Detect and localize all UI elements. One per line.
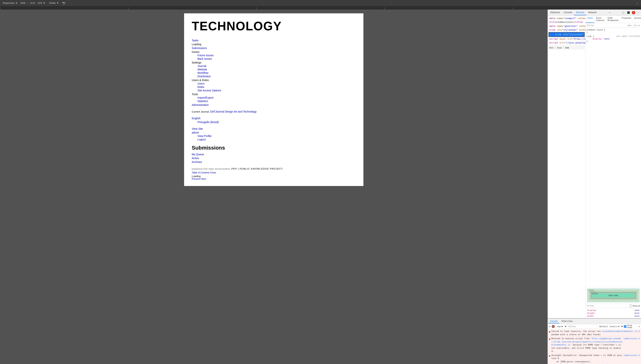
screenshot-icon[interactable]: 📷 <box>62 1 66 5</box>
style-block-link: link { user agent stylesheet display: no… <box>586 35 640 42</box>
undock-icon[interactable]: ⬛ <box>626 10 631 15</box>
dock-icon[interactable]: ⬜ <box>621 10 625 15</box>
html-tree[interactable]: <meta name="viewport" content="width=dev… <box>548 16 586 318</box>
tab-styles[interactable]: Styles <box>586 16 594 23</box>
clear-console-icon[interactable]: ⊘ <box>549 325 550 328</box>
nav-admin[interactable]: admin <box>192 131 199 134</box>
breadcrumb-link[interactable]: link <box>566 46 569 49</box>
computed-filter-input[interactable] <box>587 305 628 307</box>
error-badge: 3 <box>632 11 635 14</box>
console-area: Console What's New ⊘ 🔇 top ▼ Default lev… <box>548 318 641 364</box>
computed-height: height auto <box>586 312 640 314</box>
nav-statistics[interactable]: Statistics <box>198 100 208 103</box>
console-messages[interactable]: ● Failed to load resource: the server re… <box>548 329 641 364</box>
tab-sources[interactable]: Sources <box>574 10 586 15</box>
html-panel: <meta name="viewport" content="width=dev… <box>548 16 641 318</box>
html-line-script-analytics[interactable]: <script async src="https://www.google-an… <box>548 37 585 41</box>
nav-site-access[interactable]: Site Access Options <box>198 89 221 92</box>
more-tabs-icon[interactable]: » <box>608 10 612 15</box>
sub-active[interactable]: Active <box>192 157 199 160</box>
sub-my-queue[interactable]: My Queue <box>192 153 204 156</box>
console-settings-icon[interactable]: ⚙ <box>638 325 640 328</box>
nav-website[interactable]: Website <box>198 68 207 71</box>
console-filter-input[interactable] <box>568 325 598 328</box>
tab-console[interactable]: Console <box>562 10 574 15</box>
journal-title: TECHNOLOGY <box>192 19 356 33</box>
show-all-checkbox[interactable] <box>630 305 632 307</box>
nav-back-issues[interactable]: Back Issues <box>198 57 212 60</box>
previous-link[interactable]: Previous <box>192 178 201 180</box>
viewport-width: 2646 <box>20 2 26 4</box>
box-model: margin - - - border - - - padding <box>586 287 641 304</box>
html-line-script-jquery[interactable]: <script src="//ajax.googleapis.com/ajax/… <box>548 41 585 45</box>
zoom-dropdown[interactable]: 41% ▼ <box>37 1 46 5</box>
zoom-label: 41% <box>38 2 42 4</box>
toc-close-link[interactable]: Table of Contents Close <box>192 171 216 174</box>
nav-view-site[interactable]: View Site <box>192 127 203 130</box>
nav-workflow[interactable]: Workflow <box>198 71 208 74</box>
browser-viewport[interactable]: TECHNOLOGY Tasks Loading Submissions Iss… <box>0 10 548 364</box>
nav-distribution[interactable]: Distribution <box>198 75 211 78</box>
error-source-3[interactable]: submissions:1 <box>624 354 640 357</box>
tab-event-listeners[interactable]: Event Listeners <box>594 16 606 23</box>
preserve-log-icon[interactable]: 🔇 <box>552 325 555 328</box>
computed-filter-bar: Show all <box>586 304 641 308</box>
nav-logout[interactable]: Logout <box>198 138 206 141</box>
group-similar-checkbox[interactable] <box>624 325 626 328</box>
show-all-label[interactable]: Show all <box>630 305 640 307</box>
online-dropdown[interactable]: Online ▼ <box>48 1 60 5</box>
close-devtools-icon[interactable]: ✕ <box>636 10 640 15</box>
nav-journal[interactable]: Journal <box>198 64 206 68</box>
nav-import-export[interactable]: Import/Export <box>198 96 214 99</box>
error-text-3: Uncaught SyntaxError: Unexpected token <… <box>551 354 622 364</box>
style-prop-display: display: none; <box>586 38 640 40</box>
html-line-meta-generator[interactable]: <meta name="generator" content="##common… <box>548 24 585 28</box>
next-link[interactable]: Next <box>201 178 206 180</box>
styles-panel: Styles Event Listeners DOM Breakpoints P… <box>586 16 641 318</box>
dropdown-arrow-icon[interactable]: ▼ <box>565 325 566 328</box>
styles-filter-input[interactable] <box>587 24 626 27</box>
html-line-link-fonts[interactable]: <link rel="stylesheet" href="//fonts.goo… <box>548 28 585 32</box>
level-selector[interactable]: Default levels <box>599 325 620 328</box>
tab-dom-breakpoints[interactable]: DOM Breakpoints <box>606 16 620 23</box>
breadcrumb-head[interactable]: head <box>557 46 562 49</box>
error-source-1[interactable]: LuceneAutocompleteHandler.js:1 <box>602 330 640 333</box>
html-line-meta-viewport[interactable]: <meta name="viewport" content="width=dev… <box>548 16 585 20</box>
tab-whats-new[interactable]: What's New <box>560 319 574 323</box>
nav-view-profile[interactable]: View Profile <box>198 134 212 138</box>
nav-portuguese[interactable]: Português (Brasil) <box>198 120 219 124</box>
group-similar-label[interactable]: Group similar <box>624 324 638 328</box>
style-close-link: } <box>586 40 640 42</box>
current-journal-link[interactable]: DATJournal Design Art and Technology <box>210 110 256 113</box>
nav-submissions[interactable]: Submissions <box>192 46 207 50</box>
nav-roles[interactable]: Roles <box>198 86 204 88</box>
add-style-button[interactable]: + <box>638 24 640 27</box>
sub-archives[interactable]: Archives <box>192 160 202 164</box>
nav-english[interactable]: English <box>192 117 200 120</box>
breadcrumb: html › head › link <box>548 46 585 50</box>
hov-toggle[interactable]: :hov <box>627 24 631 26</box>
responsive-dropdown[interactable]: Responsive ▼ <box>2 1 19 5</box>
tab-accessibility[interactable]: Accessibility <box>633 16 641 23</box>
nav-users-roles: Users & Roles <box>192 78 209 82</box>
error-source-2[interactable]: submissions:1 <box>624 337 640 340</box>
breadcrumb-html[interactable]: html <box>549 46 553 49</box>
html-line-selected[interactable]: ... <link rel="stylesheet" href="http://… <box>548 32 585 37</box>
online-arrow: ▼ <box>56 2 59 4</box>
responsive-arrow: ▼ <box>16 2 18 4</box>
tab-properties[interactable]: Properties <box>620 16 633 23</box>
devtools-toolbar: Responsive ▼ 2646 × 2112 41% ▼ Online ▼ … <box>0 0 641 6</box>
tab-console-bottom[interactable]: Console <box>548 319 559 323</box>
context-selector[interactable]: top <box>556 325 564 328</box>
more-options-icon[interactable]: ⋮ <box>635 1 640 5</box>
nav-administration[interactable]: Administration <box>192 104 209 106</box>
error-link-2[interactable]: http://ppgdesign.anhembi.br/da tjournal/… <box>551 337 622 346</box>
console-toolbar: ⊘ 🔇 top ▼ Default levels ▼ Group similar… <box>548 324 641 329</box>
nav-future-issues[interactable]: Future Issues <box>198 54 214 57</box>
tab-network[interactable]: Network <box>586 10 598 15</box>
cls-toggle[interactable]: .cls <box>632 24 637 26</box>
html-line-title[interactable]: <title>Submissions</title> <box>548 20 585 24</box>
nav-tasks[interactable]: Tasks <box>192 39 198 42</box>
nav-users[interactable]: Users <box>198 82 204 85</box>
tab-elements[interactable]: Elements <box>548 10 562 15</box>
